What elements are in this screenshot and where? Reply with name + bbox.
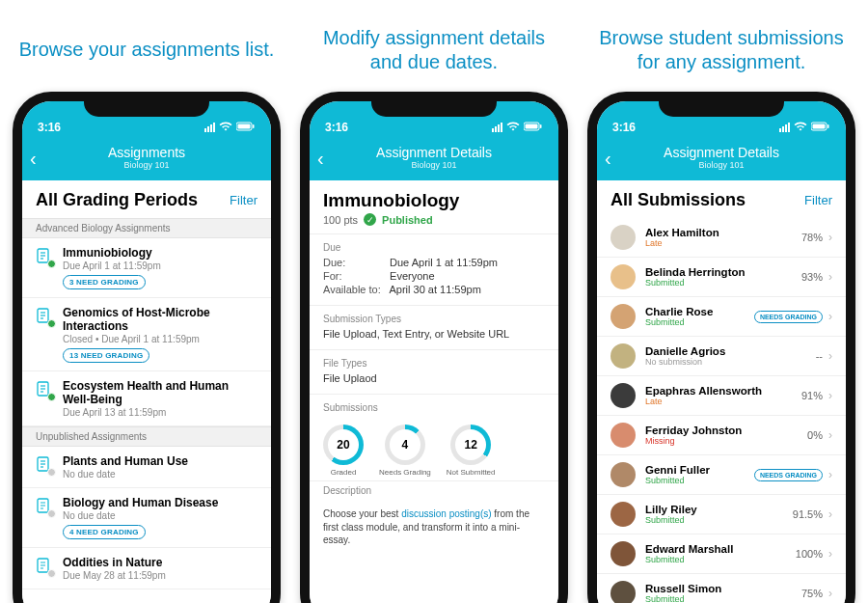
section-label: File Types — [323, 358, 545, 369]
submission-row[interactable]: Edward Marshall Submitted 100% › — [597, 534, 846, 574]
caption-3: Browse student submissions for any assig… — [584, 0, 858, 92]
submission-row[interactable]: Russell Simon Submitted 75% › — [597, 574, 846, 603]
clock: 3:16 — [38, 121, 61, 134]
svg-rect-31 — [813, 124, 826, 129]
donut-label: Needs Grading — [379, 468, 431, 477]
battery-icon — [524, 121, 543, 134]
student-name: Edward Marshall — [645, 543, 733, 555]
submission-row[interactable]: Danielle Agrios No submission -- › — [597, 337, 846, 376]
chevron-right-icon: › — [828, 468, 832, 481]
chevron-right-icon: › — [828, 310, 832, 323]
grade-value: -- — [816, 350, 823, 362]
nav-subtitle: Biology 101 — [108, 161, 185, 171]
grade-value: 100% — [796, 548, 823, 560]
needs-grading-badge: NEEDS GRADING — [754, 311, 823, 323]
svg-rect-29 — [540, 124, 542, 128]
assignment-row[interactable]: Oddities in Nature Due May 28 at 11:59pm — [22, 548, 271, 589]
clock: 3:16 — [612, 121, 636, 134]
assignment-row[interactable]: Plants and Human Use No due date — [22, 447, 271, 488]
donut-value: 4 — [390, 429, 420, 460]
submission-status: Missing — [645, 436, 742, 446]
donut-value: 12 — [455, 429, 486, 460]
avatar — [610, 502, 636, 527]
grade-value: 93% — [801, 271, 823, 283]
submission-status: Submitted — [645, 515, 697, 525]
section-header: Unpublished Assignments — [22, 426, 271, 447]
submission-row[interactable]: Lilly Riley Submitted 91.5% › — [597, 495, 846, 534]
chevron-right-icon: › — [828, 587, 832, 600]
assignment-subtitle: Due April 1 at 11:59pm — [63, 260, 161, 271]
donut-stat[interactable]: 12 Not Submitted — [447, 425, 496, 477]
detail-row: For: Everyone — [323, 270, 545, 282]
section-label: Due — [323, 242, 545, 253]
donut-label: Graded — [331, 468, 357, 477]
donut-label: Not Submitted — [447, 468, 496, 477]
avatar — [610, 343, 636, 369]
assignment-subtitle: Closed • Due April 1 at 11:59pm — [63, 334, 258, 344]
submission-row[interactable]: Epaphras Allensworth Late 91% › — [597, 376, 846, 416]
assignment-icon — [36, 248, 53, 265]
student-name: Ferriday Johnston — [645, 425, 742, 436]
svg-rect-28 — [526, 124, 538, 129]
student-name: Lilly Riley — [645, 504, 697, 515]
clock: 3:16 — [325, 121, 348, 134]
wifi-icon — [794, 121, 807, 134]
donut-stat[interactable]: 4 Needs Grading — [379, 425, 431, 477]
svg-rect-1 — [238, 124, 251, 129]
wifi-icon — [506, 121, 520, 134]
notch — [371, 92, 497, 117]
assignment-icon — [36, 381, 53, 398]
assignment-title: Biology and Human Disease — [63, 496, 218, 509]
submission-row[interactable]: Ferriday Johnston Missing 0% › — [597, 416, 846, 455]
grade-value: 75% — [801, 588, 823, 599]
assignment-subtitle: No due date — [63, 510, 218, 521]
chevron-right-icon: › — [828, 270, 832, 284]
section-label: Submissions — [323, 402, 545, 413]
assignment-icon — [36, 308, 53, 325]
published-label: Published — [382, 214, 433, 226]
signal-icon — [492, 123, 502, 132]
submission-row[interactable]: Charlie Rose Submitted NEEDS GRADING › — [597, 297, 846, 337]
nav-title: Assignments — [108, 146, 185, 160]
avatar — [610, 304, 636, 329]
back-button[interactable]: ‹ — [317, 148, 324, 170]
submission-row[interactable]: Belinda Herrington Submitted 93% › — [597, 258, 846, 297]
back-button[interactable]: ‹ — [30, 148, 37, 170]
assignment-subtitle: No due date — [63, 469, 188, 480]
signal-icon — [204, 123, 215, 132]
back-button[interactable]: ‹ — [605, 148, 611, 170]
avatar — [610, 581, 636, 603]
donut-stat[interactable]: 20 Graded — [323, 425, 364, 477]
assignment-row[interactable]: Ecosystem Health and Human Well-Being Du… — [22, 371, 271, 426]
assignment-row[interactable]: Genomics of Host-Microbe Interactions Cl… — [22, 298, 271, 371]
notch — [84, 92, 209, 117]
grade-value: 91% — [801, 390, 823, 401]
needs-grading-badge: 13 NEED GRADING — [63, 348, 149, 363]
avatar — [610, 423, 636, 448]
assignment-title: Immunobiology — [323, 190, 545, 211]
needs-grading-badge: 3 NEED GRADING — [63, 275, 146, 289]
submission-status: Submitted — [645, 278, 746, 288]
svg-rect-32 — [827, 124, 829, 128]
navbar: ‹ Assignments Biology 101 — [22, 136, 271, 180]
student-name: Alex Hamilton — [645, 227, 719, 238]
battery-icon — [236, 121, 256, 134]
avatar — [610, 541, 636, 566]
submission-status: No submission — [645, 357, 725, 367]
avatar — [610, 462, 636, 487]
phone-frame: 3:16 ‹ Assignment Details Biology 101 — [587, 92, 855, 603]
filter-button[interactable]: Filter — [230, 193, 258, 207]
assignment-row[interactable]: Biology and Human Disease No due date 4 … — [22, 488, 271, 548]
description-link[interactable]: discussion posting(s) — [401, 508, 491, 519]
submission-status: Submitted — [645, 317, 713, 327]
submission-status: Late — [645, 397, 762, 406]
student-name: Danielle Agrios — [645, 345, 725, 357]
submission-row[interactable]: Genni Fuller Submitted NEEDS GRADING › — [597, 455, 846, 495]
assignment-row[interactable]: Immuniobiology Due April 1 at 11:59pm 3 … — [22, 238, 271, 298]
submission-row[interactable]: Alex Hamilton Late 78% › — [597, 218, 846, 258]
chevron-right-icon: › — [828, 428, 832, 442]
page-title: All Submissions — [610, 190, 746, 210]
published-icon: ✓ — [364, 213, 376, 226]
filter-button[interactable]: Filter — [804, 193, 832, 207]
assignment-subtitle: Due May 28 at 11:59pm — [63, 570, 166, 581]
